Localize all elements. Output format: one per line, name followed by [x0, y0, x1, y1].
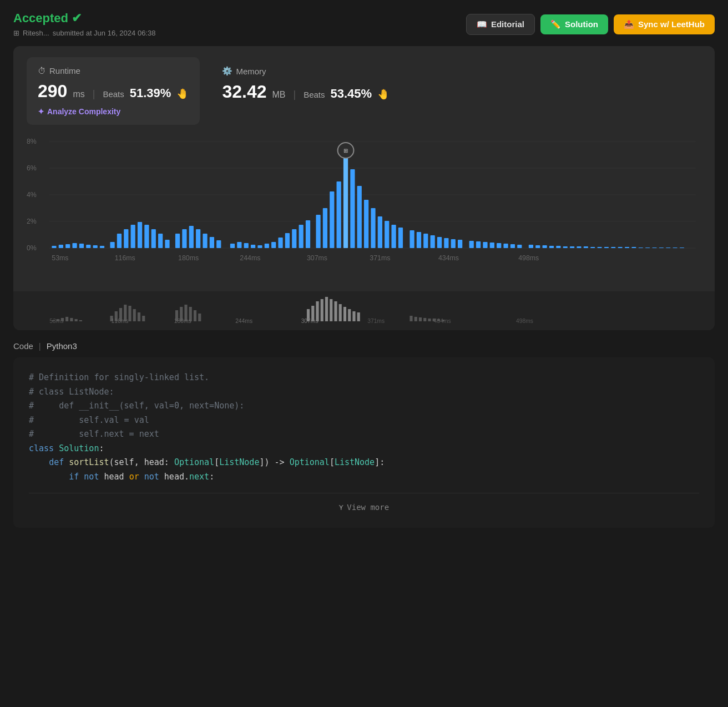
svg-rect-14	[79, 244, 84, 248]
runtime-beats-pct: 51.39%	[130, 86, 171, 100]
svg-text:371ms: 371ms	[367, 318, 385, 324]
svg-rect-46	[316, 215, 320, 248]
memory-label: ⚙️ Memory	[222, 66, 390, 76]
svg-rect-83	[584, 246, 588, 248]
svg-rect-74	[517, 245, 522, 248]
svg-rect-35	[237, 242, 241, 248]
svg-rect-73	[510, 244, 515, 248]
svg-text:434ms: 434ms	[438, 254, 459, 262]
svg-rect-42	[285, 233, 290, 248]
solution-button[interactable]: ✏️ Solution	[540, 14, 608, 34]
svg-rect-139	[352, 311, 355, 321]
svg-rect-39	[265, 244, 269, 248]
svg-rect-36	[244, 243, 249, 248]
svg-rect-27	[175, 234, 180, 248]
stats-top: ⏱ Runtime 290 ms | Beats 51.39% 🤚 ✦ Anal…	[27, 57, 701, 136]
memory-value: 32.42	[222, 82, 266, 102]
svg-rect-62	[431, 235, 435, 248]
code-block: # Definition for singly-linked list. # c…	[13, 357, 715, 528]
svg-rect-51	[350, 169, 355, 248]
svg-rect-93	[652, 248, 656, 248]
svg-rect-12	[65, 244, 70, 248]
memory-wave-icon: 🤚	[377, 88, 390, 100]
svg-rect-114	[79, 320, 82, 321]
svg-text:0%: 0%	[27, 244, 37, 252]
code-label: Code	[13, 341, 33, 351]
svg-text:498ms: 498ms	[518, 254, 539, 262]
code-line-4: # self.val = val	[29, 413, 699, 428]
memory-beats-pct: 53.45%	[331, 87, 372, 101]
svg-rect-120	[133, 309, 136, 321]
svg-rect-66	[458, 240, 462, 248]
runtime-unit: ms	[73, 89, 84, 99]
svg-rect-143	[419, 317, 422, 321]
submitted-info: ⊞ Ritesh... submitted at Jun 16, 2024 06…	[13, 29, 155, 37]
svg-text:244ms: 244ms	[240, 254, 260, 262]
svg-rect-37	[251, 245, 255, 248]
view-more-button[interactable]: ⋎ View more	[29, 493, 699, 514]
runtime-value: 290	[38, 81, 67, 102]
code-separator: |	[39, 341, 41, 351]
svg-rect-43	[292, 229, 296, 248]
svg-text:⊞: ⊞	[343, 148, 348, 154]
page-header: Accepted ✔ ⊞ Ritesh... submitted at Jun …	[13, 11, 715, 37]
svg-rect-91	[639, 248, 643, 248]
analyze-complexity-link[interactable]: ✦ Analyze Complexity	[38, 107, 189, 116]
svg-text:4%: 4%	[27, 191, 37, 199]
code-header: Code | Python3	[13, 341, 715, 351]
editorial-button[interactable]: 📖 Editorial	[466, 14, 535, 35]
svg-text:116ms: 116ms	[112, 318, 129, 324]
pencil-icon: ✏️	[550, 19, 561, 29]
clock-icon: ⏱	[38, 66, 46, 75]
code-line-7: def sortList(self, head: Optional[ListNo…	[29, 456, 699, 470]
svg-rect-60	[417, 232, 421, 248]
chevron-down-icon: ⋎	[339, 501, 343, 514]
svg-rect-16	[93, 245, 98, 248]
svg-rect-64	[444, 238, 448, 248]
svg-rect-89	[625, 247, 629, 248]
svg-rect-40	[271, 242, 276, 248]
code-line-3: # def __init__(self, val=0, next=None):	[29, 399, 699, 413]
sparkle-icon: ✦	[38, 107, 44, 116]
svg-text:244ms: 244ms	[235, 318, 252, 324]
svg-rect-79	[556, 246, 560, 248]
mini-chart-svg: 53ms 116ms 180ms 244ms 307ms 371ms 434ms…	[27, 296, 701, 324]
svg-rect-96	[673, 248, 677, 248]
svg-rect-17	[100, 246, 104, 248]
svg-rect-132	[321, 299, 323, 321]
svg-rect-28	[182, 229, 186, 248]
svg-rect-69	[483, 242, 487, 248]
svg-rect-52	[357, 186, 362, 248]
svg-rect-85	[597, 247, 601, 248]
svg-text:8%: 8%	[27, 138, 37, 145]
svg-rect-33	[216, 240, 221, 248]
svg-text:434ms: 434ms	[434, 318, 451, 324]
svg-rect-137	[343, 307, 346, 321]
svg-rect-50	[343, 155, 348, 248]
svg-rect-63	[437, 237, 442, 248]
svg-rect-58	[398, 228, 403, 248]
svg-rect-59	[410, 230, 414, 248]
code-line-6: class Solution:	[29, 442, 699, 456]
header-left: Accepted ✔ ⊞ Ritesh... submitted at Jun …	[13, 11, 155, 37]
svg-text:180ms: 180ms	[178, 254, 199, 262]
beats-label: Beats	[103, 89, 124, 99]
code-line-1: # Definition for singly-linked list.	[29, 371, 699, 385]
svg-rect-53	[364, 200, 368, 248]
svg-rect-136	[339, 304, 342, 321]
svg-rect-81	[570, 246, 574, 248]
leethub-button[interactable]: 📤 Sync w/ LeetHub	[614, 14, 715, 34]
upload-icon: 📤	[624, 19, 634, 29]
svg-rect-55	[378, 216, 382, 248]
svg-rect-90	[631, 247, 636, 248]
runtime-value-row: 290 ms | Beats 51.39% 🤚	[38, 81, 189, 102]
svg-rect-113	[75, 319, 78, 321]
chart-svg: 8% 6% 4% 2% 0%	[27, 136, 701, 291]
submitted-at: submitted at Jun 16, 2024 06:38	[53, 29, 156, 37]
svg-rect-49	[337, 181, 341, 248]
svg-rect-71	[497, 243, 501, 248]
svg-text:2%: 2%	[27, 218, 37, 225]
book-icon: 📖	[477, 19, 487, 29]
svg-rect-20	[124, 229, 128, 248]
svg-text:6%: 6%	[27, 164, 37, 172]
